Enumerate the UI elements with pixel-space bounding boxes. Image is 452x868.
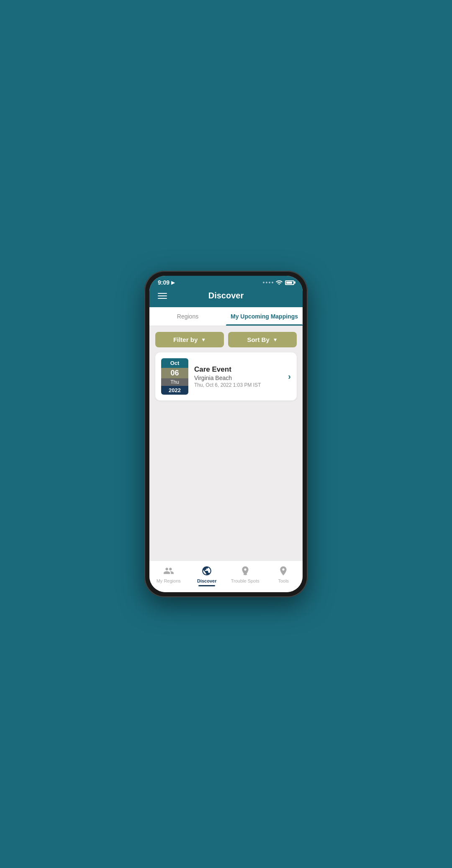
filter-row: Filter by ▼ Sort By ▼: [155, 332, 297, 347]
event-info: Care Event Virginia Beach Thu, Oct 6, 20…: [194, 365, 282, 388]
status-icons: [263, 279, 294, 286]
signal-dots: [263, 282, 273, 283]
main-content: Filter by ▼ Sort By ▼ Oct 06 Thu 2022 Ca…: [149, 326, 303, 560]
wifi-svg: [276, 280, 282, 285]
phone-screen: 9:09 ▶: [149, 276, 303, 592]
dot2: [266, 282, 267, 283]
nav-item-my-regions[interactable]: My Regions: [149, 565, 188, 586]
discover-icon: [201, 565, 213, 577]
event-location: Virginia Beach: [194, 375, 282, 381]
hamburger-line-1: [158, 293, 167, 294]
hamburger-button[interactable]: [158, 293, 167, 299]
sort-by-label: Sort By: [247, 336, 269, 343]
svg-rect-0: [243, 574, 247, 575]
sort-by-button[interactable]: Sort By ▼: [228, 332, 297, 347]
nav-item-tools[interactable]: Tools: [265, 565, 303, 586]
sort-chevron-down-icon: ▼: [273, 337, 278, 343]
bottom-nav: My Regions Discover: [149, 560, 303, 592]
globe-icon: [201, 565, 212, 576]
discover-label: Discover: [197, 578, 216, 583]
trouble-spots-label: Trouble Spots: [231, 578, 259, 583]
hamburger-line-3: [158, 298, 167, 299]
event-weekday: Thu: [161, 378, 188, 386]
my-regions-label: My Regions: [157, 578, 181, 583]
discover-active-indicator: [198, 585, 215, 586]
status-bar: 9:09 ▶: [149, 276, 303, 288]
my-regions-icon: [163, 565, 175, 577]
filter-by-label: Filter by: [173, 336, 198, 343]
header-title: Discover: [208, 291, 244, 300]
battery-icon: [285, 280, 294, 285]
phone-frame: 9:09 ▶: [144, 271, 308, 597]
wifi-icon: [276, 279, 282, 286]
event-title: Care Event: [194, 365, 282, 374]
event-datetime: Thu, Oct 6, 2022 1:03 PM IST: [194, 382, 282, 388]
event-day: 06: [161, 368, 188, 378]
tools-icon: [277, 565, 289, 577]
filter-chevron-down-icon: ▼: [201, 337, 206, 343]
event-card-0[interactable]: Oct 06 Thu 2022 Care Event Virginia Beac…: [155, 352, 297, 401]
event-month: Oct: [161, 358, 188, 368]
dot4: [272, 282, 273, 283]
filter-by-button[interactable]: Filter by ▼: [155, 332, 224, 347]
nav-item-trouble-spots[interactable]: Trouble Spots: [226, 565, 265, 586]
hamburger-line-2: [158, 295, 167, 296]
nav-item-discover[interactable]: Discover: [188, 565, 226, 586]
tab-mappings-label: My Upcoming Mappings: [231, 313, 298, 320]
event-date-block: Oct 06 Thu 2022: [161, 358, 188, 395]
tab-regions-label: Regions: [177, 313, 198, 320]
tabs-container: Regions My Upcoming Mappings: [149, 307, 303, 326]
location-icon: ▶: [171, 280, 175, 285]
event-chevron-right-icon: ›: [288, 372, 291, 381]
tab-my-upcoming-mappings[interactable]: My Upcoming Mappings: [226, 307, 303, 326]
time-display: 9:09: [158, 279, 170, 286]
event-year: 2022: [161, 386, 188, 395]
trouble-spots-icon: [239, 565, 251, 577]
dot1: [263, 282, 265, 283]
tools-label: Tools: [278, 578, 289, 583]
app-header: Discover: [149, 288, 303, 307]
tools-pin-icon: [278, 565, 289, 576]
status-time: 9:09 ▶: [158, 279, 175, 286]
tab-regions[interactable]: Regions: [149, 307, 226, 326]
people-icon: [163, 565, 174, 576]
dot3: [269, 282, 270, 283]
location-pin-icon: [240, 565, 251, 576]
battery-fill: [286, 282, 292, 284]
